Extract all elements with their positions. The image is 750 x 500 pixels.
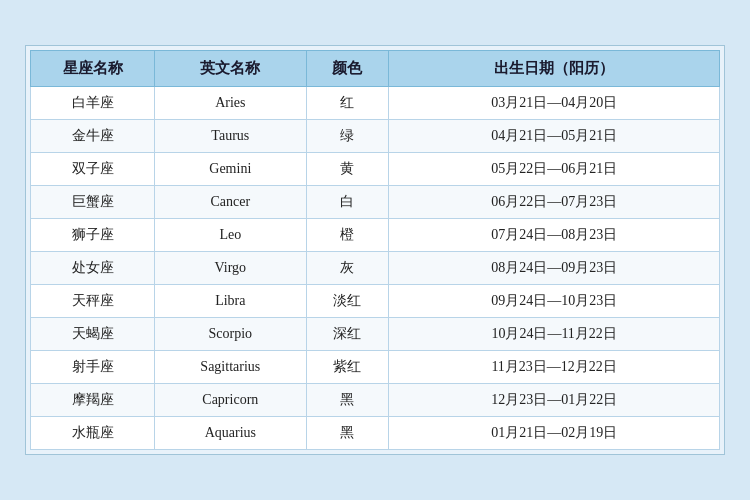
cell-english: Scorpio	[155, 318, 307, 351]
table-row: 巨蟹座Cancer白06月22日—07月23日	[31, 186, 720, 219]
cell-chinese: 狮子座	[31, 219, 155, 252]
cell-date: 04月21日—05月21日	[389, 120, 720, 153]
cell-color: 橙	[306, 219, 389, 252]
header-date: 出生日期（阳历）	[389, 51, 720, 87]
cell-color: 灰	[306, 252, 389, 285]
cell-color: 深红	[306, 318, 389, 351]
cell-english: Sagittarius	[155, 351, 307, 384]
cell-color: 黄	[306, 153, 389, 186]
cell-date: 01月21日—02月19日	[389, 417, 720, 450]
cell-chinese: 双子座	[31, 153, 155, 186]
cell-date: 05月22日—06月21日	[389, 153, 720, 186]
cell-chinese: 处女座	[31, 252, 155, 285]
cell-date: 03月21日—04月20日	[389, 87, 720, 120]
table-row: 天蝎座Scorpio深红10月24日—11月22日	[31, 318, 720, 351]
cell-chinese: 巨蟹座	[31, 186, 155, 219]
cell-english: Leo	[155, 219, 307, 252]
cell-chinese: 天秤座	[31, 285, 155, 318]
cell-date: 09月24日—10月23日	[389, 285, 720, 318]
header-chinese: 星座名称	[31, 51, 155, 87]
table-row: 天秤座Libra淡红09月24日—10月23日	[31, 285, 720, 318]
cell-color: 淡红	[306, 285, 389, 318]
table-header-row: 星座名称 英文名称 颜色 出生日期（阳历）	[31, 51, 720, 87]
cell-english: Aries	[155, 87, 307, 120]
cell-color: 绿	[306, 120, 389, 153]
table-body: 白羊座Aries红03月21日—04月20日金牛座Taurus绿04月21日—0…	[31, 87, 720, 450]
cell-chinese: 水瓶座	[31, 417, 155, 450]
cell-english: Gemini	[155, 153, 307, 186]
table-row: 摩羯座Capricorn黑12月23日—01月22日	[31, 384, 720, 417]
cell-color: 红	[306, 87, 389, 120]
cell-chinese: 射手座	[31, 351, 155, 384]
header-english: 英文名称	[155, 51, 307, 87]
table-row: 双子座Gemini黄05月22日—06月21日	[31, 153, 720, 186]
cell-date: 11月23日—12月22日	[389, 351, 720, 384]
cell-date: 06月22日—07月23日	[389, 186, 720, 219]
cell-color: 白	[306, 186, 389, 219]
table-row: 金牛座Taurus绿04月21日—05月21日	[31, 120, 720, 153]
cell-english: Capricorn	[155, 384, 307, 417]
table-row: 白羊座Aries红03月21日—04月20日	[31, 87, 720, 120]
cell-date: 12月23日—01月22日	[389, 384, 720, 417]
cell-date: 10月24日—11月22日	[389, 318, 720, 351]
table-row: 射手座Sagittarius紫红11月23日—12月22日	[31, 351, 720, 384]
cell-color: 黑	[306, 417, 389, 450]
cell-english: Virgo	[155, 252, 307, 285]
cell-chinese: 金牛座	[31, 120, 155, 153]
cell-date: 07月24日—08月23日	[389, 219, 720, 252]
table-row: 处女座Virgo灰08月24日—09月23日	[31, 252, 720, 285]
header-color: 颜色	[306, 51, 389, 87]
cell-english: Aquarius	[155, 417, 307, 450]
table-row: 水瓶座Aquarius黑01月21日—02月19日	[31, 417, 720, 450]
cell-english: Libra	[155, 285, 307, 318]
table-row: 狮子座Leo橙07月24日—08月23日	[31, 219, 720, 252]
cell-english: Taurus	[155, 120, 307, 153]
zodiac-table: 星座名称 英文名称 颜色 出生日期（阳历） 白羊座Aries红03月21日—04…	[30, 50, 720, 450]
cell-color: 紫红	[306, 351, 389, 384]
cell-chinese: 白羊座	[31, 87, 155, 120]
cell-english: Cancer	[155, 186, 307, 219]
cell-color: 黑	[306, 384, 389, 417]
cell-chinese: 天蝎座	[31, 318, 155, 351]
cell-date: 08月24日—09月23日	[389, 252, 720, 285]
zodiac-table-container: 星座名称 英文名称 颜色 出生日期（阳历） 白羊座Aries红03月21日—04…	[25, 45, 725, 455]
cell-chinese: 摩羯座	[31, 384, 155, 417]
